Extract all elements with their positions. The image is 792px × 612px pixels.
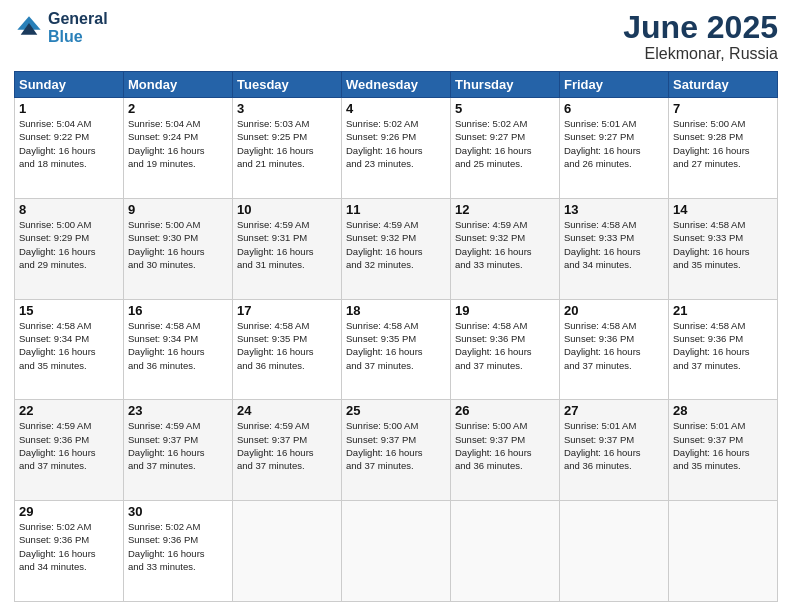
day-info: Sunrise: 5:04 AM Sunset: 9:24 PM Dayligh… [128,117,228,170]
day-info: Sunrise: 4:58 AM Sunset: 9:35 PM Dayligh… [237,319,337,372]
day-number: 17 [237,303,337,318]
day-info: Sunrise: 5:00 AM Sunset: 9:37 PM Dayligh… [346,419,446,472]
day-info: Sunrise: 5:00 AM Sunset: 9:30 PM Dayligh… [128,218,228,271]
day-info: Sunrise: 4:58 AM Sunset: 9:34 PM Dayligh… [128,319,228,372]
calendar-cell: 5Sunrise: 5:02 AM Sunset: 9:27 PM Daylig… [451,98,560,199]
day-info: Sunrise: 5:01 AM Sunset: 9:27 PM Dayligh… [564,117,664,170]
day-number: 18 [346,303,446,318]
day-info: Sunrise: 5:03 AM Sunset: 9:25 PM Dayligh… [237,117,337,170]
calendar-cell: 19Sunrise: 4:58 AM Sunset: 9:36 PM Dayli… [451,299,560,400]
logo: General Blue [14,10,108,47]
calendar-week-row: 22Sunrise: 4:59 AM Sunset: 9:36 PM Dayli… [15,400,778,501]
weekday-header-saturday: Saturday [669,72,778,98]
calendar-cell: 11Sunrise: 4:59 AM Sunset: 9:32 PM Dayli… [342,198,451,299]
day-info: Sunrise: 4:59 AM Sunset: 9:32 PM Dayligh… [346,218,446,271]
day-number: 12 [455,202,555,217]
day-info: Sunrise: 5:00 AM Sunset: 9:37 PM Dayligh… [455,419,555,472]
day-info: Sunrise: 4:59 AM Sunset: 9:37 PM Dayligh… [237,419,337,472]
day-info: Sunrise: 4:59 AM Sunset: 9:36 PM Dayligh… [19,419,119,472]
page: General Blue June 2025 Elekmonar, Russia… [0,0,792,612]
day-info: Sunrise: 5:02 AM Sunset: 9:26 PM Dayligh… [346,117,446,170]
day-number: 21 [673,303,773,318]
logo-text: General Blue [48,10,108,47]
day-info: Sunrise: 5:04 AM Sunset: 9:22 PM Dayligh… [19,117,119,170]
calendar-cell: 3Sunrise: 5:03 AM Sunset: 9:25 PM Daylig… [233,98,342,199]
calendar-cell: 12Sunrise: 4:59 AM Sunset: 9:32 PM Dayli… [451,198,560,299]
calendar-cell: 14Sunrise: 4:58 AM Sunset: 9:33 PM Dayli… [669,198,778,299]
calendar-cell: 17Sunrise: 4:58 AM Sunset: 9:35 PM Dayli… [233,299,342,400]
calendar-cell: 30Sunrise: 5:02 AM Sunset: 9:36 PM Dayli… [124,501,233,602]
calendar-cell: 22Sunrise: 4:59 AM Sunset: 9:36 PM Dayli… [15,400,124,501]
calendar-cell: 23Sunrise: 4:59 AM Sunset: 9:37 PM Dayli… [124,400,233,501]
calendar-cell: 26Sunrise: 5:00 AM Sunset: 9:37 PM Dayli… [451,400,560,501]
calendar-cell: 15Sunrise: 4:58 AM Sunset: 9:34 PM Dayli… [15,299,124,400]
calendar-cell: 28Sunrise: 5:01 AM Sunset: 9:37 PM Dayli… [669,400,778,501]
title-block: June 2025 Elekmonar, Russia [623,10,778,63]
day-number: 27 [564,403,664,418]
weekday-header-thursday: Thursday [451,72,560,98]
day-info: Sunrise: 4:58 AM Sunset: 9:36 PM Dayligh… [455,319,555,372]
day-info: Sunrise: 4:58 AM Sunset: 9:33 PM Dayligh… [673,218,773,271]
day-number: 28 [673,403,773,418]
day-info: Sunrise: 5:00 AM Sunset: 9:28 PM Dayligh… [673,117,773,170]
calendar-week-row: 1Sunrise: 5:04 AM Sunset: 9:22 PM Daylig… [15,98,778,199]
day-info: Sunrise: 5:00 AM Sunset: 9:29 PM Dayligh… [19,218,119,271]
calendar-cell: 6Sunrise: 5:01 AM Sunset: 9:27 PM Daylig… [560,98,669,199]
day-info: Sunrise: 5:02 AM Sunset: 9:36 PM Dayligh… [128,520,228,573]
weekday-header-sunday: Sunday [15,72,124,98]
calendar-week-row: 15Sunrise: 4:58 AM Sunset: 9:34 PM Dayli… [15,299,778,400]
weekday-header-tuesday: Tuesday [233,72,342,98]
day-info: Sunrise: 4:59 AM Sunset: 9:32 PM Dayligh… [455,218,555,271]
weekday-header-monday: Monday [124,72,233,98]
calendar-cell: 24Sunrise: 4:59 AM Sunset: 9:37 PM Dayli… [233,400,342,501]
day-number: 5 [455,101,555,116]
day-number: 2 [128,101,228,116]
weekday-header-wednesday: Wednesday [342,72,451,98]
day-number: 1 [19,101,119,116]
day-info: Sunrise: 4:59 AM Sunset: 9:37 PM Dayligh… [128,419,228,472]
day-info: Sunrise: 5:02 AM Sunset: 9:36 PM Dayligh… [19,520,119,573]
day-number: 14 [673,202,773,217]
weekday-header-row: SundayMondayTuesdayWednesdayThursdayFrid… [15,72,778,98]
day-info: Sunrise: 4:58 AM Sunset: 9:36 PM Dayligh… [564,319,664,372]
day-number: 30 [128,504,228,519]
day-number: 4 [346,101,446,116]
calendar-cell [342,501,451,602]
day-info: Sunrise: 4:58 AM Sunset: 9:33 PM Dayligh… [564,218,664,271]
day-info: Sunrise: 4:58 AM Sunset: 9:36 PM Dayligh… [673,319,773,372]
day-number: 7 [673,101,773,116]
day-number: 26 [455,403,555,418]
calendar-week-row: 29Sunrise: 5:02 AM Sunset: 9:36 PM Dayli… [15,501,778,602]
day-number: 6 [564,101,664,116]
day-number: 19 [455,303,555,318]
calendar-cell: 27Sunrise: 5:01 AM Sunset: 9:37 PM Dayli… [560,400,669,501]
day-number: 29 [19,504,119,519]
day-info: Sunrise: 4:58 AM Sunset: 9:34 PM Dayligh… [19,319,119,372]
day-number: 23 [128,403,228,418]
calendar-cell: 13Sunrise: 4:58 AM Sunset: 9:33 PM Dayli… [560,198,669,299]
header: General Blue June 2025 Elekmonar, Russia [14,10,778,63]
day-number: 24 [237,403,337,418]
calendar-cell: 25Sunrise: 5:00 AM Sunset: 9:37 PM Dayli… [342,400,451,501]
calendar-cell [233,501,342,602]
calendar-cell: 1Sunrise: 5:04 AM Sunset: 9:22 PM Daylig… [15,98,124,199]
subtitle: Elekmonar, Russia [623,45,778,63]
calendar-cell: 21Sunrise: 4:58 AM Sunset: 9:36 PM Dayli… [669,299,778,400]
day-info: Sunrise: 5:02 AM Sunset: 9:27 PM Dayligh… [455,117,555,170]
weekday-header-friday: Friday [560,72,669,98]
calendar-cell: 2Sunrise: 5:04 AM Sunset: 9:24 PM Daylig… [124,98,233,199]
day-number: 20 [564,303,664,318]
day-number: 9 [128,202,228,217]
day-info: Sunrise: 5:01 AM Sunset: 9:37 PM Dayligh… [673,419,773,472]
calendar-week-row: 8Sunrise: 5:00 AM Sunset: 9:29 PM Daylig… [15,198,778,299]
calendar-cell: 10Sunrise: 4:59 AM Sunset: 9:31 PM Dayli… [233,198,342,299]
calendar-cell: 16Sunrise: 4:58 AM Sunset: 9:34 PM Dayli… [124,299,233,400]
day-number: 11 [346,202,446,217]
calendar-cell: 20Sunrise: 4:58 AM Sunset: 9:36 PM Dayli… [560,299,669,400]
day-number: 13 [564,202,664,217]
calendar-cell: 9Sunrise: 5:00 AM Sunset: 9:30 PM Daylig… [124,198,233,299]
day-info: Sunrise: 5:01 AM Sunset: 9:37 PM Dayligh… [564,419,664,472]
calendar-cell: 7Sunrise: 5:00 AM Sunset: 9:28 PM Daylig… [669,98,778,199]
calendar-cell [669,501,778,602]
calendar-cell [560,501,669,602]
